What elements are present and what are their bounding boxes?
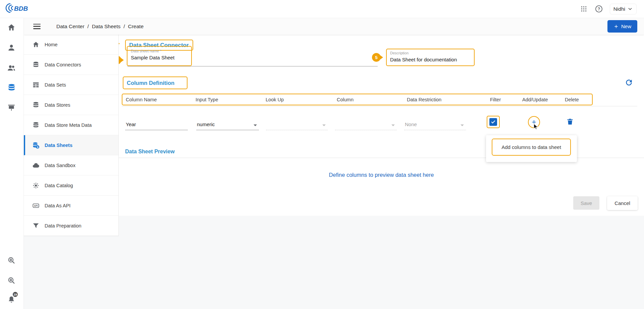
datasheet-name-input[interactable] (131, 55, 188, 60)
data-restriction-value: None (405, 121, 417, 127)
cancel-button[interactable]: Cancel (607, 196, 638, 210)
header-data-restriction: Data Restriction (407, 97, 441, 102)
breadcrumb-bar: Data Center / Data Sheets / Create New (24, 18, 644, 35)
annotation-badge-5: 5 (372, 53, 381, 62)
header-column-name: Column Name (126, 97, 157, 102)
datasheets-icon (32, 142, 40, 149)
header-add-update: Add/Update (522, 97, 548, 102)
help-button[interactable] (594, 4, 604, 14)
sidebar-item-label: Data Preparation (45, 223, 82, 228)
sidebar-item-data-catalog[interactable]: Data Catalog (24, 175, 118, 196)
table-header-annotation: Column Name Input Type Look Up Column Da… (122, 94, 593, 105)
column-name-input[interactable] (126, 121, 186, 127)
home-icon (7, 23, 16, 32)
icon-rail: 19 (0, 18, 24, 309)
logo-text: BDB (14, 5, 28, 12)
rail-user-button[interactable] (7, 43, 16, 52)
sidebar-item-data-sheets[interactable]: Data Sheets (24, 135, 118, 155)
rail-board-button[interactable] (7, 103, 16, 113)
column-name-cell (125, 116, 188, 130)
check-icon (491, 119, 495, 123)
database-icon (7, 83, 16, 92)
user-menu[interactable]: Nidhi (610, 4, 637, 14)
bdb-logo[interactable]: BDB (5, 2, 30, 16)
groups-icon (7, 63, 16, 72)
rail-data-center-button[interactable] (7, 83, 16, 92)
sidebar-item-data-sandbox[interactable]: Data Sandbox (24, 155, 118, 175)
database-icon (32, 61, 40, 68)
sidebar-item-home[interactable]: Home (24, 35, 118, 55)
refresh-button[interactable] (625, 78, 633, 87)
breadcrumb-create: Create (128, 23, 144, 30)
header-look-up: Look Up (266, 97, 284, 102)
breadcrumb-data-sheets[interactable]: Data Sheets (92, 23, 120, 30)
data-restriction-select[interactable]: None (404, 116, 466, 130)
presentation-board-icon (7, 104, 16, 112)
new-button[interactable]: New (607, 20, 637, 33)
sidebar-item-label: Data Sandbox (45, 163, 75, 168)
header-filter: Filter (490, 97, 501, 102)
bdb-app: BDB Nidhi Data Center / Data Sheets / Cr… (0, 0, 644, 309)
rail-data-search-button[interactable] (7, 276, 16, 285)
description-input[interactable] (390, 57, 471, 62)
sidebar-item-label: Data Sheets (45, 143, 72, 148)
sidebar-item-label: Data Catalog (45, 183, 73, 188)
sidebar-item-data-stores[interactable]: Data Stores (24, 95, 118, 115)
menu-toggle-button[interactable] (33, 24, 41, 29)
column-definition-title: Column Definition (127, 80, 174, 86)
tooltip-text: Add columns to data sheet (492, 139, 571, 156)
sidebar-item-label: Data Stores (45, 102, 70, 108)
breadcrumb-separator: / (88, 23, 89, 30)
user-icon (7, 43, 16, 52)
dropdown-arrow-icon (322, 124, 326, 126)
dropdown-arrow-icon (254, 124, 257, 126)
api-icon (32, 202, 40, 209)
look-up-select[interactable] (266, 116, 328, 130)
user-name: Nidhi (613, 6, 625, 12)
rail-metadata-search-button[interactable] (7, 256, 16, 265)
header-column: Column (337, 97, 354, 102)
filter-checkbox[interactable] (489, 118, 497, 126)
sidebar-item-label: Home (45, 42, 58, 47)
sidebar-item-data-sets[interactable]: Data Sets (24, 75, 118, 95)
sidebar-item-label: Data As API (45, 203, 70, 208)
sidebar-item-label: Data Sets (45, 82, 66, 88)
column-select[interactable] (335, 116, 397, 130)
preview-title: Data Sheet Preview (125, 149, 175, 155)
save-button[interactable]: Save (573, 196, 599, 210)
apps-grid-button[interactable] (580, 5, 588, 13)
dropdown-arrow-icon (391, 124, 395, 126)
header-delete: Delete (565, 97, 579, 102)
sidebar-item-data-preparation[interactable]: Data Preparation (24, 216, 118, 236)
description-annotation: Description (386, 49, 475, 66)
input-type-value: numeric (197, 121, 215, 127)
rail-home-button[interactable] (7, 23, 16, 32)
chevron-down-icon (627, 6, 633, 12)
breadcrumb-data-center[interactable]: Data Center (56, 23, 85, 30)
input-type-select[interactable]: numeric (196, 116, 259, 130)
sidebar-item-label: Data Connectors (45, 62, 81, 67)
notification-count-badge: 19 (12, 291, 18, 298)
description-label: Description (390, 51, 471, 55)
sidebar-item-data-connectors[interactable]: Data Connectors (24, 55, 118, 75)
plus-icon (613, 24, 619, 29)
sidebar-item-data-as-api[interactable]: Data As API (24, 196, 118, 216)
top-bar: BDB Nidhi (0, 0, 644, 18)
delete-row-button[interactable] (566, 118, 574, 125)
sidebar: Home Data Connectors Data Sets Data Stor… (24, 35, 119, 236)
trash-icon (566, 118, 574, 125)
breadcrumb: Data Center / Data Sheets / Create (56, 23, 144, 30)
data-search-icon (7, 276, 16, 285)
home-icon (32, 41, 40, 48)
name-field-annotation: Data sheet name * (127, 46, 192, 66)
database-icon (32, 101, 40, 109)
breadcrumb-separator: / (123, 23, 125, 30)
new-button-label: New (621, 23, 631, 29)
preview-empty-message: Define columns to preview data sheet her… (119, 172, 644, 178)
help-icon (595, 5, 603, 13)
mouse-cursor (532, 123, 540, 131)
filter-checkbox-annotation (487, 116, 500, 128)
funnel-icon (32, 222, 40, 229)
sidebar-item-data-store-meta-data[interactable]: Data Store Meta Data (24, 115, 118, 135)
rail-groups-button[interactable] (7, 63, 16, 72)
